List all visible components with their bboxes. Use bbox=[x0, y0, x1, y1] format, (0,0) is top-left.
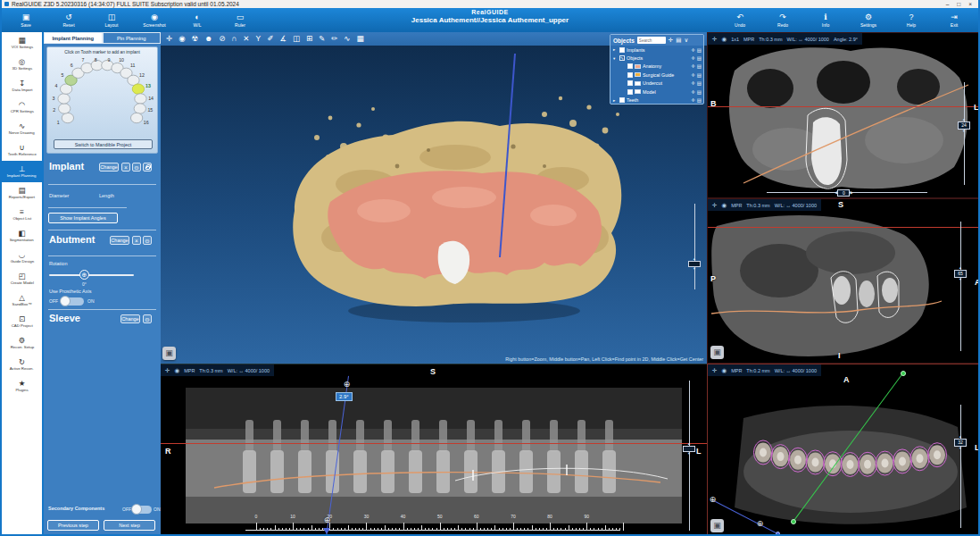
sidebar-item-create-model[interactable]: ◰Create Model bbox=[2, 268, 42, 289]
sidebar-item-3d-settings[interactable]: ◎3D Settings bbox=[2, 54, 42, 75]
axis-handle[interactable]: ⊕ bbox=[709, 496, 717, 504]
objects-row-objects[interactable]: ▾✎Objects✛▤ bbox=[610, 54, 703, 62]
maximize-button[interactable]: □ bbox=[957, 1, 960, 7]
objects-row-anatomy[interactable]: Anatomy✛▤ bbox=[610, 63, 703, 71]
tooth-marker-1[interactable] bbox=[62, 113, 73, 122]
sidebar-item-guide-design[interactable]: ◡Guide Design bbox=[2, 247, 42, 268]
toolbar-reset-button[interactable]: ↺Reset bbox=[54, 13, 84, 29]
bone-density-tool-icon[interactable]: ☻ bbox=[204, 32, 212, 46]
layout-icon[interactable]: ▤ bbox=[697, 47, 702, 53]
toolbar-info-button[interactable]: ℹInfo bbox=[810, 13, 841, 29]
tab-pin-planning[interactable]: Pin Planning bbox=[103, 32, 162, 44]
objects-row-surgical-guide[interactable]: Surgical Guide✛▤ bbox=[610, 71, 703, 79]
switch-mandible-button[interactable]: Switch to Mandible Project bbox=[54, 139, 153, 149]
axis-marker[interactable] bbox=[323, 528, 330, 534]
sidebar-item-reports-export[interactable]: ▤Reports/Export bbox=[2, 182, 42, 204]
sidebar-item-voi-settings[interactable]: ▦VOI Settings bbox=[2, 32, 42, 54]
cross-reference-line[interactable] bbox=[708, 106, 980, 107]
layout-icon[interactable]: ▤ bbox=[697, 80, 702, 86]
sleeve-change-button[interactable]: Change bbox=[120, 314, 140, 323]
axis-handle-top[interactable]: ⊕ bbox=[343, 381, 351, 389]
minimize-button[interactable]: – bbox=[946, 1, 950, 7]
sidebar-item-active-recon[interactable]: ↻Active Recon. bbox=[2, 354, 42, 375]
camera-icon[interactable]: ◉ bbox=[721, 202, 727, 209]
sidebar-item-data-import[interactable]: ↧Data Import bbox=[2, 75, 42, 96]
objects-row-undercut[interactable]: Undercut✛▤ bbox=[610, 80, 703, 88]
angle-tool-icon[interactable]: ∡ bbox=[279, 32, 287, 46]
toolbar-undo-button[interactable]: ↶Undo bbox=[725, 13, 755, 29]
sidebar-item-object-list[interactable]: ≡Object List bbox=[2, 204, 42, 225]
checkbox[interactable] bbox=[619, 97, 625, 103]
view-sagittal[interactable]: ✛◉MPRTh:0.3 mmW/L: ↔ 4000/ 1000 S P A I … bbox=[707, 198, 980, 364]
layout-icon[interactable]: ▤ bbox=[697, 89, 702, 95]
sagittal-slider-handle[interactable]: ▲65▼ bbox=[954, 266, 967, 281]
axial-slider-handle[interactable]: ▲32▼ bbox=[954, 435, 967, 450]
layout-icon[interactable]: ▤ bbox=[697, 55, 702, 61]
move-icon[interactable]: ✛ bbox=[691, 47, 695, 53]
cross-hslider-handle[interactable]: ◀0▶ bbox=[835, 188, 853, 197]
checkbox[interactable]: ✎ bbox=[619, 55, 625, 61]
axis-dot[interactable] bbox=[776, 532, 780, 536]
implant-lock-icon[interactable] bbox=[143, 163, 152, 172]
cross-slider-track[interactable] bbox=[964, 82, 965, 185]
sidebar-item-recon-setup[interactable]: ⚙Recon. Setup bbox=[2, 332, 42, 354]
tooth-marker-2[interactable] bbox=[59, 104, 71, 113]
move-icon[interactable]: ✛ bbox=[691, 72, 695, 78]
move-icon[interactable]: ✛ bbox=[712, 367, 717, 374]
chevron-down-icon[interactable]: ∨ bbox=[684, 37, 688, 44]
axis-handle-bottom[interactable]: ⊕ bbox=[323, 516, 331, 524]
tab-implant-planning[interactable]: Implant Planning bbox=[44, 32, 103, 44]
tooth-marker-14[interactable] bbox=[135, 94, 146, 104]
view-axial[interactable]: ✛◉MPRTh:0.2 mmW/L: ↔ 4000/ 1000 ⊕ ⊕ A L … bbox=[707, 364, 980, 536]
green-handle-bottom[interactable] bbox=[791, 519, 796, 524]
view-cross-section[interactable]: ✛◉1x1MPRTh:0.3 mmW/L: ↔ 4000/ 1000Angle:… bbox=[707, 32, 980, 198]
layout-tool-icon[interactable]: ◫ bbox=[293, 32, 300, 46]
previous-step-button[interactable]: Previous step bbox=[47, 520, 99, 531]
camera-icon[interactable]: ◉ bbox=[721, 36, 727, 43]
tooth-marker-15[interactable] bbox=[134, 104, 145, 113]
layout-icon[interactable]: ▤ bbox=[697, 97, 702, 103]
tooth-marker-13[interactable] bbox=[132, 84, 144, 94]
implant-delete-icon[interactable]: × bbox=[121, 163, 130, 172]
green-handle-top[interactable] bbox=[901, 371, 906, 376]
move-icon[interactable]: ✛ bbox=[691, 89, 695, 95]
toolbar-ruler-button[interactable]: ▭Ruler bbox=[225, 13, 255, 29]
move-icon[interactable]: ✛ bbox=[712, 202, 717, 209]
toolbar-redo-button[interactable]: ↷Redo bbox=[768, 13, 798, 29]
rotation-slider-knob[interactable]: ⊕ bbox=[79, 270, 89, 280]
move-icon[interactable]: ✛ bbox=[712, 36, 717, 43]
draw-tool-icon[interactable]: ✎ bbox=[319, 32, 325, 46]
sidebar-item-cad-project[interactable]: ⊡CAD Project bbox=[2, 311, 42, 332]
axis-handle[interactable]: ⊕ bbox=[756, 520, 764, 528]
toolbar-layout-button[interactable]: ◫Layout bbox=[96, 13, 127, 29]
pano-slider-track[interactable] bbox=[689, 381, 690, 531]
sidebar-item-segmentation[interactable]: ◧Segmentation bbox=[2, 225, 42, 247]
checkbox[interactable] bbox=[627, 80, 633, 86]
sidebar-item-cpr-settings[interactable]: ◠CPR Settings bbox=[2, 96, 42, 118]
sidebar-item-plugins[interactable]: ★Plugins bbox=[2, 375, 42, 397]
sidebar-item-implant-planning[interactable]: ⊥Implant Planning bbox=[2, 161, 42, 182]
move-icon[interactable]: ✛ bbox=[691, 97, 695, 103]
panels-tool-icon[interactable]: ⊞ bbox=[306, 32, 312, 46]
abutment-delete-icon[interactable]: × bbox=[132, 236, 141, 245]
cross-slider-handle[interactable]: ▲24▼ bbox=[958, 118, 970, 133]
toolbar-w-l-button[interactable]: ◐W/L bbox=[182, 13, 212, 29]
view3d-slider-track[interactable] bbox=[694, 204, 695, 289]
move-icon[interactable]: ✛ bbox=[691, 63, 695, 69]
move-icon[interactable]: ✛ bbox=[691, 55, 695, 61]
implant-visibility-icon[interactable]: ⊙ bbox=[132, 163, 141, 172]
axial-slider-track[interactable] bbox=[960, 405, 961, 528]
secondary-components-toggle[interactable] bbox=[132, 506, 152, 514]
delete-tool-icon[interactable]: ✕ bbox=[243, 32, 249, 46]
spline-tool-icon[interactable]: ∿ bbox=[344, 32, 350, 46]
layout-icon[interactable]: ▤ bbox=[697, 72, 702, 78]
view3d-slider-handle[interactable]: ▲ ▼ bbox=[688, 257, 701, 271]
tooth-tool-icon[interactable]: ∩ bbox=[231, 32, 237, 46]
pano-slider-handle[interactable]: ▲▼ bbox=[683, 442, 695, 456]
screenshot-tool-icon[interactable]: ◉ bbox=[179, 32, 185, 46]
rotation-slider-track[interactable] bbox=[49, 274, 134, 276]
layout-icon[interactable]: ▤ bbox=[676, 37, 681, 44]
abutment-visibility-icon[interactable]: ⊙ bbox=[143, 236, 152, 245]
toolbar-settings-button[interactable]: ⚙Settings bbox=[853, 13, 884, 29]
move-icon[interactable]: ✛ bbox=[165, 367, 170, 374]
